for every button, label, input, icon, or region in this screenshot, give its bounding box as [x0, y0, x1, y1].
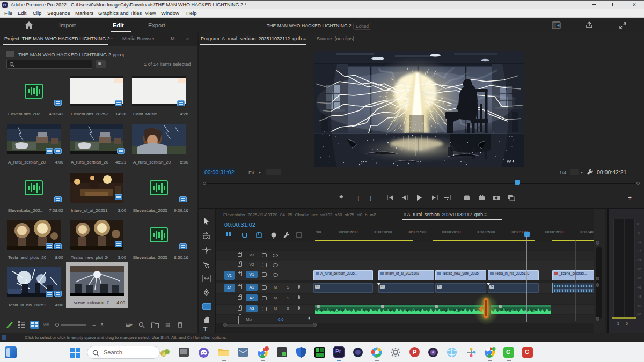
svg-text:P: P [413, 349, 417, 356]
svg-text:lubl_ca...: lubl_ca... [528, 308, 540, 312]
svg-text:W✦: W✦ [507, 159, 515, 164]
svg-text:Tesla.v_claus...: Tesla.v_claus... [499, 308, 521, 312]
svg-text:}: } [370, 195, 372, 201]
svg-text:uk1_adv.fla...: uk1_adv.fla... [405, 308, 425, 312]
svg-text:ElevenLabs_Burkl...: ElevenLabs_Burkl... [319, 308, 348, 312]
svg-text:{: { [357, 195, 360, 201]
svg-text:ElevenLabs_Burk...: ElevenLabs_Burk... [440, 308, 467, 312]
svg-text:Elevenl...: Elevenl... [384, 308, 397, 312]
svg-text:Intro...: Intro... [362, 308, 371, 312]
